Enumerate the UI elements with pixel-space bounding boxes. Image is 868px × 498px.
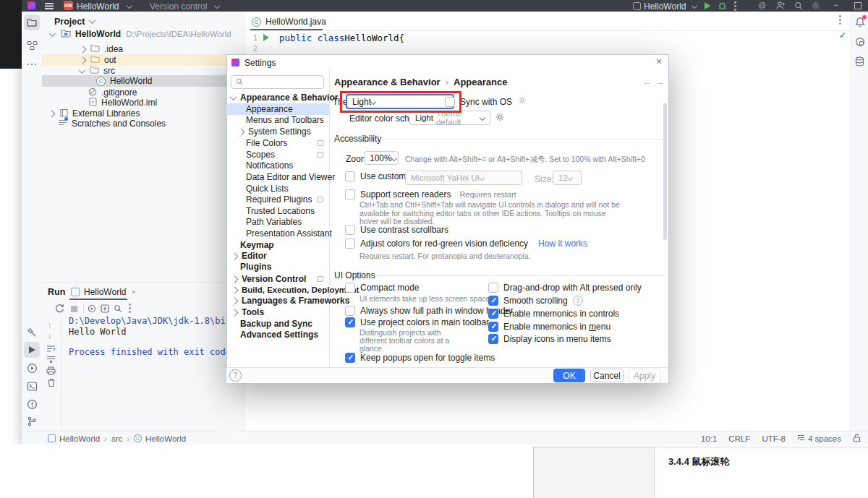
settings-tree-item[interactable]: Tools: [226, 306, 329, 318]
tree-row-helloworld-class[interactable]: C HelloWorld: [42, 75, 246, 87]
close-tab-icon[interactable]: ×: [131, 288, 135, 296]
run-tab[interactable]: HelloWorld ×: [71, 286, 136, 298]
cancel-button[interactable]: Cancel: [590, 369, 624, 382]
scroll-to-end-icon[interactable]: [46, 356, 56, 366]
custom-font-checkbox[interactable]: [345, 171, 355, 181]
settings-tree-item[interactable]: Trusted Locations: [226, 205, 329, 217]
run-gutter-icon[interactable]: [263, 34, 269, 41]
problems-tool-icon[interactable]: [24, 396, 40, 412]
console-more-icon[interactable]: [129, 307, 131, 309]
indent-setting[interactable]: 4 spaces: [808, 434, 841, 443]
tree-row-iml[interactable]: HelloWorld.iml: [42, 97, 246, 108]
how-it-works-link[interactable]: How it works: [538, 239, 587, 249]
breadcrumb-item[interactable]: HelloWorld: [145, 434, 186, 443]
contrast-scrollbars-row[interactable]: Use contrast scrollbars: [345, 225, 448, 235]
more-actions-icon[interactable]: [734, 5, 736, 7]
down-stack-trace-icon[interactable]: ↓: [48, 331, 52, 340]
clear-console-icon[interactable]: [88, 304, 96, 315]
display-icons-row[interactable]: Display icons in menu items: [488, 334, 611, 344]
settings-tree-item[interactable]: Quick Lists: [226, 183, 329, 194]
mnemonics-controls-row[interactable]: Enable mnemonics in controls: [488, 309, 619, 319]
apply-button[interactable]: Apply: [628, 369, 661, 382]
vcs-widget[interactable]: Version control: [150, 1, 207, 12]
ai-chat-icon[interactable]: [855, 37, 865, 49]
trash-icon[interactable]: [47, 378, 56, 390]
settings-tree-item[interactable]: Presentation Assistant: [226, 228, 329, 239]
settings-tree-item[interactable]: Editor: [226, 250, 329, 262]
settings-tree-item-selected[interactable]: Appearance: [226, 103, 329, 115]
settings-tree-item[interactable]: Appearance & Behavior: [226, 92, 329, 103]
settings-tree-item[interactable]: Build, Execution, Deployment: [226, 284, 329, 296]
tree-row-out[interactable]: out: [42, 54, 246, 66]
checkbox[interactable]: [345, 306, 355, 316]
editor-more-icon[interactable]: [839, 19, 841, 21]
checkbox[interactable]: [345, 317, 355, 327]
structure-tool-icon[interactable]: [24, 38, 40, 53]
compact-mode-row[interactable]: Compact mode: [345, 283, 419, 293]
search-everywhere-icon[interactable]: [794, 1, 803, 12]
checkbox[interactable]: [488, 309, 498, 319]
settings-tree-item[interactable]: Data Editor and Viewer: [226, 171, 329, 183]
notifications-bell-icon[interactable]: [855, 17, 865, 30]
print-icon[interactable]: [46, 366, 56, 377]
up-stack-trace-icon[interactable]: ↑: [48, 320, 52, 329]
screen-readers-checkbox[interactable]: [345, 189, 355, 199]
inspection-ok-icon[interactable]: ✓: [839, 30, 846, 40]
caret-position[interactable]: 10:1: [701, 434, 717, 443]
settings-tree-item[interactable]: Scopes: [226, 149, 329, 160]
sync-checkbox[interactable]: [445, 97, 455, 107]
dialog-scrollbar[interactable]: [663, 103, 667, 240]
line-separator[interactable]: CRLF: [728, 434, 750, 443]
theme-dropdown[interactable]: Light: [346, 94, 454, 109]
settings-tree-item[interactable]: Backup and Sync: [226, 318, 329, 330]
settings-tree-item[interactable]: System Settings: [226, 126, 329, 137]
screen-readers-row[interactable]: Support screen readers Requires restart: [345, 189, 516, 199]
project-colors-row[interactable]: Use project colors in main toolbar: [345, 317, 489, 327]
run-button[interactable]: [705, 2, 711, 9]
contrast-checkbox[interactable]: [345, 225, 355, 235]
checkbox[interactable]: [488, 283, 498, 293]
run-tool-icon[interactable]: [24, 342, 40, 358]
smooth-scrolling-row[interactable]: Smooth scrolling ?: [488, 296, 583, 306]
filter-icon[interactable]: [114, 304, 122, 315]
drag-drop-row[interactable]: Drag-and-drop with Alt pressed only: [488, 283, 642, 293]
settings-tree-item[interactable]: Keymap: [226, 239, 329, 251]
settings-search[interactable]: [231, 75, 324, 89]
dialog-close-icon[interactable]: ×: [656, 56, 662, 67]
checkbox[interactable]: [488, 322, 498, 332]
gear-icon[interactable]: [495, 113, 504, 124]
settings-tree-item[interactable]: Advanced Settings: [226, 329, 329, 340]
sync-with-os[interactable]: Sync with OS: [445, 96, 527, 107]
font-dropdown[interactable]: Microsoft YaHei UI: [405, 171, 522, 185]
settings-tree-item[interactable]: Path Variables: [226, 216, 329, 228]
zoom-dropdown[interactable]: 100%: [364, 151, 399, 165]
breadcrumb-item[interactable]: src: [111, 434, 122, 443]
soft-wrap-icon[interactable]: [46, 345, 56, 355]
settings-tree-item[interactable]: Menus and Toolbars: [226, 114, 329, 126]
code-with-me-icon[interactable]: [775, 1, 786, 12]
back-icon[interactable]: ←: [643, 77, 652, 87]
lock-icon[interactable]: [853, 434, 861, 444]
checkbox[interactable]: [345, 353, 355, 363]
red-green-checkbox[interactable]: [345, 239, 355, 249]
settings-tree-item[interactable]: Notifications: [226, 160, 329, 171]
breadcrumb-item[interactable]: HelloWorld: [59, 434, 100, 443]
gear-icon[interactable]: [518, 96, 527, 107]
editor-tab-active[interactable]: C HelloWorld.java: [252, 14, 326, 29]
settings-tree-item[interactable]: Languages & Frameworks: [226, 295, 329, 306]
database-icon[interactable]: [855, 56, 864, 69]
tree-row-scratches[interactable]: Scratches and Consoles: [42, 118, 246, 129]
more-tools-icon[interactable]: [24, 56, 40, 72]
mnemonics-menu-row[interactable]: Enable mnemonics in menu: [488, 322, 610, 332]
settings-tree-item[interactable]: Plugins: [226, 261, 329, 272]
file-encoding[interactable]: UTF-8: [762, 434, 786, 443]
build-tool-icon[interactable]: [24, 324, 40, 340]
stop-icon[interactable]: [71, 306, 77, 312]
debug-button[interactable]: [718, 1, 727, 12]
ai-assistant-icon[interactable]: @: [758, 1, 766, 9]
project-tool-icon[interactable]: [24, 14, 40, 30]
settings-gear-icon[interactable]: [812, 1, 820, 12]
forward-icon[interactable]: →: [656, 77, 665, 87]
minimize-button[interactable]: −: [833, 0, 838, 10]
ok-button[interactable]: OK: [553, 369, 585, 382]
